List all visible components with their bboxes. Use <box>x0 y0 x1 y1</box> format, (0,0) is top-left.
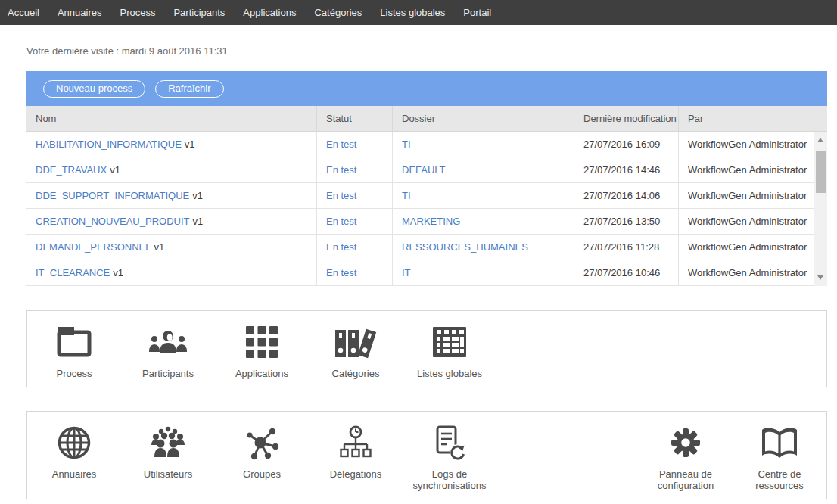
shortcut-d-l-gations[interactable]: Délégations <box>309 425 403 499</box>
modified-date: 27/07/2016 16:09 <box>574 132 678 157</box>
new-process-button[interactable]: Nouveau process <box>43 80 145 98</box>
shortcut-centre-de-ressources[interactable]: Centre de ressources <box>733 425 826 499</box>
scroll-down-button[interactable] <box>817 275 823 280</box>
column-header-par[interactable]: Par <box>678 106 827 132</box>
modified-date: 27/07/2016 11:28 <box>574 235 678 260</box>
status-link[interactable]: En test <box>326 241 356 253</box>
modified-date: 27/07/2016 14:06 <box>574 183 678 208</box>
status-link[interactable]: En test <box>326 267 356 278</box>
table-scrollbar[interactable] <box>814 132 827 286</box>
modified-by: WorkflowGen Administrator <box>678 235 814 260</box>
folder-link[interactable]: MARKETING <box>402 216 460 227</box>
table-header: Nom Statut Dossier Dernière modification… <box>26 106 827 132</box>
status-link[interactable]: En test <box>326 138 356 150</box>
participants-icon <box>147 324 189 360</box>
org-clock-icon <box>339 425 372 461</box>
shortcuts-primary-panel: Process Participants Applications Catégo… <box>26 310 827 387</box>
column-header-dossier[interactable]: Dossier <box>392 106 574 132</box>
shortcut-groupes[interactable]: Groupes <box>215 425 309 499</box>
last-visit-text: Votre dernière visite : mardi 9 août 201… <box>26 45 827 57</box>
process-version: v1 <box>185 138 195 150</box>
gear-icon <box>668 425 703 461</box>
process-name-link[interactable]: HABILITATION_INFORMATIQUE <box>36 138 182 150</box>
shortcut-label: Participants <box>124 368 212 379</box>
sync-log-icon <box>432 425 467 461</box>
process-name-link[interactable]: DDE_TRAVAUX <box>36 164 107 176</box>
process-version: v1 <box>192 190 203 201</box>
status-link[interactable]: En test <box>326 216 356 227</box>
book-icon <box>761 425 798 461</box>
top-nav: AccueilAnnuairesProcessParticipantsAppli… <box>0 0 837 25</box>
process-toolbar: Nouveau process Rafraîchir <box>26 71 827 106</box>
shortcut-process[interactable]: Process <box>27 324 121 387</box>
table-grid-icon <box>432 324 467 360</box>
shortcuts-admin-panel: Annuaires Utilisateurs Groupes Délégatio… <box>26 411 827 499</box>
modified-date: 27/07/2016 10:46 <box>574 260 678 285</box>
modified-by: WorkflowGen Administrator <box>678 157 814 182</box>
process-list-panel: Nouveau process Rafraîchir Nom Statut Do… <box>26 71 827 286</box>
table-row: DEMANDE_PERSONNELv1 En test RESSOURCES_H… <box>26 235 814 260</box>
process-name-link[interactable]: DDE_SUPPORT_INFORMATIQUE <box>36 190 189 201</box>
nav-item-process[interactable]: Process <box>120 0 155 25</box>
globe-icon <box>57 425 92 461</box>
process-name-link[interactable]: IT_CLEARANCE <box>36 267 110 278</box>
table-row: HABILITATION_INFORMATIQUEv1 En test TI 2… <box>26 132 814 157</box>
modified-date: 27/07/2016 13:50 <box>574 209 678 234</box>
nav-item-annuaires[interactable]: Annuaires <box>58 0 102 25</box>
process-name-link[interactable]: CREATION_NOUVEAU_PRODUIT <box>36 216 189 227</box>
main-content: Votre dernière visite : mardi 9 août 201… <box>26 45 827 499</box>
modified-date: 27/07/2016 14:46 <box>574 157 678 182</box>
folder-link[interactable]: RESSOURCES_HUMAINES <box>402 241 528 253</box>
folder-link[interactable]: DEFAULT <box>402 164 446 176</box>
process-name-link[interactable]: DEMANDE_PERSONNEL <box>36 241 151 253</box>
shortcut-utilisateurs[interactable]: Utilisateurs <box>121 425 215 499</box>
modified-by: WorkflowGen Administrator <box>678 260 814 285</box>
column-header-modification[interactable]: Dernière modification <box>574 106 678 132</box>
status-link[interactable]: En test <box>326 164 356 176</box>
modified-by: WorkflowGen Administrator <box>678 132 814 157</box>
nav-item-listes-globales[interactable]: Listes globales <box>380 0 445 25</box>
folder-link[interactable]: TI <box>402 138 411 150</box>
process-version: v1 <box>110 164 120 176</box>
shortcut-label: Catégories <box>312 368 400 379</box>
table-body: HABILITATION_INFORMATIQUEv1 En test TI 2… <box>26 132 827 286</box>
users-icon <box>149 425 187 461</box>
refresh-button[interactable]: Rafraîchir <box>155 80 223 98</box>
shortcut-listes-globales[interactable]: Listes globales <box>403 324 496 387</box>
status-link[interactable]: En test <box>326 190 356 201</box>
shortcut-panneau-de-configuration[interactable]: Panneau de configuration <box>639 425 733 499</box>
shortcut-applications[interactable]: Applications <box>215 324 309 387</box>
column-header-nom[interactable]: Nom <box>26 106 316 132</box>
shortcut-cat-gories[interactable]: Catégories <box>309 324 403 387</box>
nav-item-participants[interactable]: Participants <box>173 0 225 25</box>
column-header-statut[interactable]: Statut <box>316 106 392 132</box>
shortcut-label: Annuaires <box>30 468 118 480</box>
shortcut-label: Délégations <box>312 468 400 480</box>
process-version: v1 <box>154 241 164 253</box>
shortcut-label: Applications <box>218 368 306 379</box>
shortcut-label: Process <box>30 368 118 379</box>
nav-item-portail[interactable]: Portail <box>463 0 491 25</box>
shortcut-label: Listes globales <box>406 368 493 379</box>
folder-link[interactable]: IT <box>402 267 411 278</box>
table-row: IT_CLEARANCEv1 En test IT 27/07/2016 10:… <box>26 260 814 286</box>
table-row: DDE_TRAVAUXv1 En test DEFAULT 27/07/2016… <box>26 157 814 183</box>
scroll-up-button[interactable] <box>817 138 823 142</box>
modified-by: WorkflowGen Administrator <box>678 209 814 234</box>
shortcut-label: Groupes <box>218 468 306 480</box>
shortcut-annuaires[interactable]: Annuaires <box>27 425 121 499</box>
scroll-thumb[interactable] <box>816 151 826 193</box>
nav-item-accueil[interactable]: Accueil <box>8 0 39 25</box>
folder-icon <box>56 324 92 360</box>
process-version: v1 <box>192 216 203 227</box>
folder-link[interactable]: TI <box>402 190 411 201</box>
shortcut-participants[interactable]: Participants <box>121 324 215 387</box>
shortcut-logs-de-synchronisations[interactable]: Logs de synchronisations <box>403 425 496 499</box>
nav-item-applications[interactable]: Applications <box>243 0 296 25</box>
column-header-modification-label: Dernière modification <box>583 113 677 124</box>
nav-item-cat-gories[interactable]: Catégories <box>314 0 362 25</box>
process-version: v1 <box>113 267 123 278</box>
apps-grid-icon <box>245 324 278 360</box>
network-icon <box>244 425 279 461</box>
shortcut-label: Centre de ressources <box>736 468 823 491</box>
